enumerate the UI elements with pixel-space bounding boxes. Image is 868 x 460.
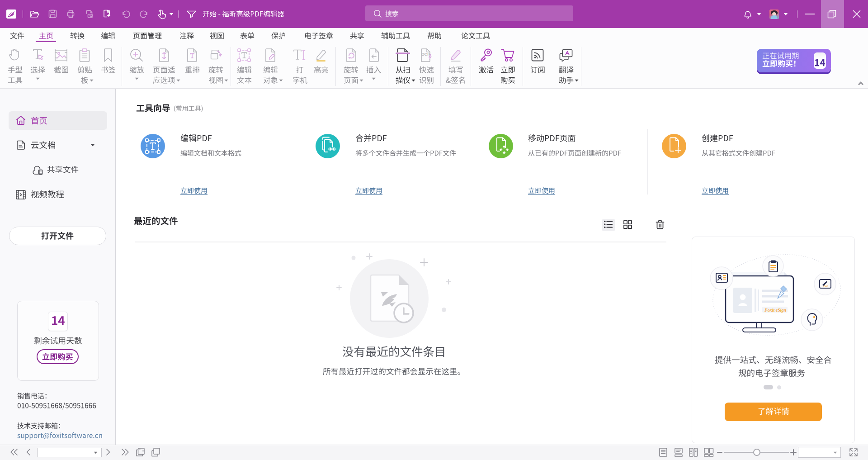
svg-text:Foxit eSign: Foxit eSign xyxy=(764,308,787,313)
svg-text:OCR: OCR xyxy=(421,52,430,57)
